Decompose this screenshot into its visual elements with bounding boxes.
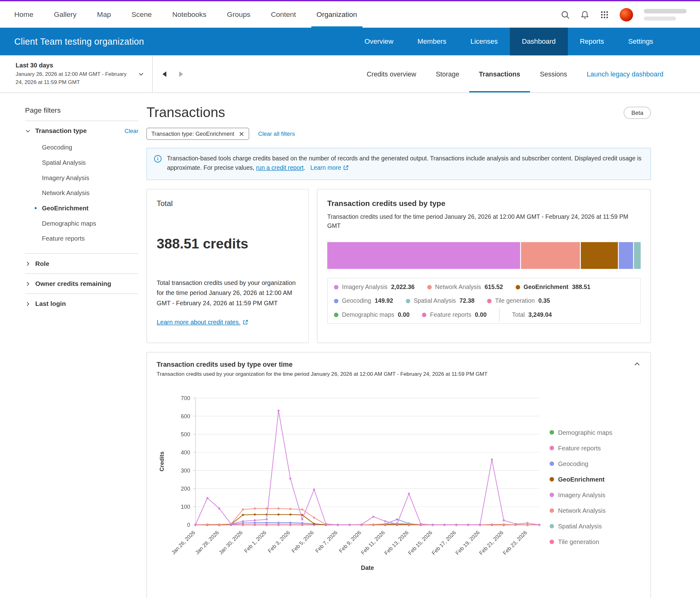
svg-text:600: 600 — [181, 413, 190, 419]
over-time-legend-tile-generation[interactable]: Tile generation — [550, 538, 639, 545]
sidebar-section-label: Role — [35, 260, 49, 267]
info-banner-text: Transaction-based tools charge credits b… — [167, 154, 643, 174]
org-tab-members[interactable]: Members — [405, 28, 458, 55]
nav-item-groups[interactable]: Groups — [222, 1, 255, 27]
legend-value: 149.92 — [375, 298, 393, 304]
credits-by-type-stacked-bar — [327, 242, 641, 269]
filter-option-spatial-analysis[interactable]: Spatial Analysis — [42, 155, 139, 170]
svg-text:700: 700 — [181, 395, 190, 401]
org-tab-settings[interactable]: Settings — [616, 28, 665, 55]
legend-name: Tile generation — [558, 538, 599, 545]
dashboard-tab-storage[interactable]: Storage — [426, 55, 469, 92]
filter-option-geoenrichment[interactable]: •GeoEnrichment — [42, 201, 139, 216]
legend-dot — [550, 430, 554, 434]
nav-item-notebooks[interactable]: Notebooks — [167, 1, 212, 27]
legend-value: 72.38 — [459, 298, 474, 304]
legend-dot — [516, 285, 520, 289]
dashboard-tab-transactions[interactable]: Transactions — [469, 55, 530, 92]
filter-option-label: Feature reports — [42, 235, 85, 242]
filter-option-network-analysis[interactable]: Network Analysis — [42, 185, 139, 201]
legend-dot — [334, 285, 339, 289]
clear-transaction-type-filter[interactable]: Clear — [124, 128, 138, 134]
legend-item-total: Total3,249.04 — [499, 308, 552, 322]
filter-option-label: GeoEnrichment — [42, 205, 89, 212]
next-period-button[interactable] — [178, 71, 184, 77]
dashboard-tab-credits-overview[interactable]: Credits overview — [357, 55, 426, 92]
over-time-legend-geocoding[interactable]: Geocoding — [550, 460, 639, 467]
clear-all-filters-link[interactable]: Clear all filters — [258, 130, 295, 137]
chevron-down-icon — [25, 128, 31, 134]
sidebar-section-header-transaction-type[interactable]: Transaction typeClear — [25, 127, 139, 135]
credit-rates-link[interactable]: Learn more about credit rates. — [157, 318, 240, 326]
nav-item-map[interactable]: Map — [92, 1, 116, 27]
nav-item-content[interactable]: Content — [266, 1, 301, 27]
nav-item-scene[interactable]: Scene — [126, 1, 157, 27]
chevron-right-icon — [25, 261, 31, 266]
org-tab-dashboard[interactable]: Dashboard — [510, 28, 568, 55]
over-time-legend-demographic-maps[interactable]: Demographic maps — [550, 429, 639, 436]
over-time-legend-spatial-analysis[interactable]: Spatial Analysis — [550, 523, 639, 530]
sidebar-section-header-last-login[interactable]: Last login — [25, 300, 139, 307]
notifications-bell-icon[interactable] — [580, 10, 590, 19]
external-link-icon — [343, 165, 349, 174]
previous-period-button[interactable] — [161, 71, 167, 77]
legend-item-imagery-analysis: Imagery Analysis2,022.36 — [334, 280, 415, 294]
filter-chip-transaction-type[interactable]: Transaction type: GeoEnrichment ✕ — [146, 128, 249, 140]
legend-value: 2,022.36 — [391, 284, 415, 290]
search-icon[interactable] — [561, 10, 570, 19]
legend-name: Geocoding — [342, 298, 371, 304]
user-avatar[interactable] — [620, 8, 633, 21]
over-time-title: Transaction credits used by type over ti… — [157, 360, 292, 368]
beta-badge: Beta — [624, 106, 651, 119]
sidebar-section-header-owner-credits-remaining[interactable]: Owner credits remaining — [25, 280, 139, 287]
sidebar-section-label: Owner credits remaining — [35, 280, 111, 287]
info-icon — [154, 154, 161, 174]
legend-dot — [487, 299, 491, 303]
sidebar-section-label: Last login — [35, 300, 66, 307]
sidebar-section-label: Transaction type — [35, 127, 87, 135]
sidebar-section-role: Role — [25, 253, 139, 273]
time-range-selector[interactable]: Last 30 days January 26, 2026 at 12:00 A… — [0, 55, 153, 92]
legend-name: Demographic maps — [342, 311, 394, 318]
nav-item-home[interactable]: Home — [9, 1, 39, 27]
org-tab-reports[interactable]: Reports — [568, 28, 616, 55]
legend-dot — [550, 508, 554, 512]
svg-text:0: 0 — [187, 522, 190, 528]
launch-legacy-dashboard-link[interactable]: Launch legacy dashboard — [577, 55, 700, 92]
dashboard-subheader: Last 30 days January 26, 2026 at 12:00 A… — [0, 55, 700, 93]
nav-item-gallery[interactable]: Gallery — [49, 1, 82, 27]
legend-dot — [334, 313, 339, 317]
chevron-right-icon — [25, 281, 31, 287]
collapse-card-icon[interactable] — [633, 360, 641, 368]
nav-item-organization[interactable]: Organization — [311, 1, 362, 27]
filter-option-geocoding[interactable]: Geocoding — [42, 140, 139, 155]
org-tab-licenses[interactable]: Licenses — [458, 28, 510, 55]
series-line-network-analysis — [196, 508, 539, 525]
legend-value: 0.00 — [475, 311, 486, 318]
org-title: Client Team testing organization — [14, 28, 144, 55]
learn-more-link[interactable]: Learn more — [310, 165, 341, 171]
filter-option-feature-reports[interactable]: Feature reports — [42, 231, 139, 246]
sidebar-section-last-login: Last login — [25, 293, 139, 313]
over-time-legend-feature-reports[interactable]: Feature reports — [550, 445, 639, 452]
sidebar-section-header-role[interactable]: Role — [25, 260, 139, 267]
filter-option-imagery-analysis[interactable]: Imagery Analysis — [42, 170, 139, 185]
remove-filter-icon[interactable]: ✕ — [239, 130, 244, 137]
filter-option-demographic-maps[interactable]: Demographic maps — [42, 216, 139, 231]
transaction-type-options: GeocodingSpatial AnalysisImagery Analysi… — [25, 140, 139, 246]
legend-dot — [550, 540, 554, 544]
legend-dot — [422, 313, 426, 317]
over-time-legend-network-analysis[interactable]: Network Analysis — [550, 507, 639, 514]
total-credits-description: Total transaction credits used by your o… — [157, 278, 299, 308]
dashboard-tab-sessions[interactable]: Sessions — [530, 55, 577, 92]
run-credit-report-link[interactable]: run a credit report — [256, 165, 304, 171]
org-tab-overview[interactable]: Overview — [352, 28, 405, 55]
svg-text:Feb 11, 2026: Feb 11, 2026 — [360, 529, 386, 556]
credits-by-type-legend: Imagery Analysis2,022.36Network Analysis… — [327, 278, 641, 324]
bar-segment-geocoding — [619, 242, 633, 269]
over-time-legend-geoenrichment[interactable]: GeoEnrichment — [550, 476, 639, 483]
app-launcher-icon[interactable] — [600, 10, 609, 19]
svg-text:Feb 21, 2026: Feb 21, 2026 — [478, 529, 505, 556]
over-time-legend-imagery-analysis[interactable]: Imagery Analysis — [550, 491, 639, 498]
svg-text:Feb 17, 2026: Feb 17, 2026 — [430, 529, 457, 556]
